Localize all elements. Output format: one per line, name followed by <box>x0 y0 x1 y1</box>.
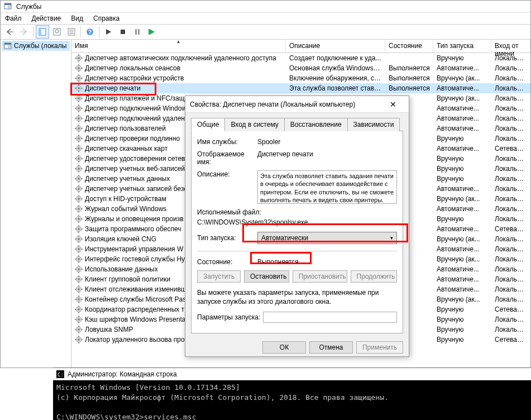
service-row[interactable]: Диспетчер настройки устройствВключение о… <box>71 73 530 83</box>
menu-file[interactable]: Файл <box>5 15 22 22</box>
service-logon: Локальная си... <box>491 235 530 244</box>
state-label: Состояние: <box>197 258 257 266</box>
tb-icon[interactable] <box>36 25 49 39</box>
ok-button[interactable]: ОК <box>262 341 306 354</box>
service-start: Автоматиче... <box>433 144 491 153</box>
service-logon: Сетевая служ... <box>491 225 530 233</box>
gear-icon <box>75 125 83 132</box>
state-value: Выполняется <box>257 258 397 266</box>
help-icon[interactable]: ? <box>83 25 97 39</box>
gear-icon <box>75 285 83 293</box>
service-name: Диспетчер учетных записей безо <box>85 185 188 193</box>
service-row[interactable]: Диспетчер автоматических подключений уда… <box>71 53 530 63</box>
service-logon: Сетевая служ... <box>491 305 530 314</box>
cancel-button[interactable]: Отмена <box>309 341 353 354</box>
service-logon: Локальная си... <box>491 94 530 103</box>
display-name-value: Диспетчер печати <box>257 150 397 158</box>
stop-icon[interactable] <box>116 25 130 39</box>
sidebar-item-services[interactable]: Службы (локалы <box>2 41 70 51</box>
params-input[interactable] <box>263 312 397 323</box>
col-name[interactable]: Имя▲ <box>71 40 286 52</box>
service-start: Вручную <box>433 305 491 314</box>
col-start[interactable]: Тип запуска <box>433 40 491 52</box>
forward-button[interactable] <box>17 25 31 39</box>
gear-icon <box>75 64 83 72</box>
apply-button: Применить <box>356 341 403 354</box>
service-start: Автоматиче... <box>433 84 491 93</box>
service-name: Диспетчер подключений удален <box>85 114 185 122</box>
service-name: Диспетчер платежей и NFC/защ <box>85 94 185 102</box>
tab-logon[interactable]: Вход в систему <box>224 118 284 131</box>
service-row[interactable]: Диспетчер печатиЭта служба позволяет ста… <box>71 83 530 93</box>
pause-button: Приостановить <box>293 270 347 283</box>
tb-icon[interactable] <box>50 25 64 39</box>
svg-rect-10 <box>39 28 41 35</box>
tab-general[interactable]: Общие <box>191 118 225 131</box>
cmd-titlebar: C:\ Администратор: Командная строка <box>53 368 531 380</box>
svg-text:C:\: C:\ <box>58 372 64 378</box>
gear-icon <box>75 255 83 263</box>
menubar: Файл Действие Вид Справка <box>1 13 530 24</box>
service-name: Диспетчер пользователей <box>85 125 166 132</box>
menu-action[interactable]: Действие <box>32 15 61 22</box>
col-desc[interactable]: Описание <box>286 40 385 52</box>
service-name: Клиент групповой политики <box>85 275 170 283</box>
cmd-output[interactable]: Microsoft Windows [Version 10.0.17134.28… <box>53 380 531 420</box>
service-row[interactable]: Диспетчер локальных сеансовОсновная служ… <box>71 63 530 73</box>
close-button[interactable]: ✕ <box>382 98 404 111</box>
tb-icon[interactable] <box>65 25 78 39</box>
svg-rect-16 <box>121 30 125 34</box>
sidebar-label: Службы (локалы <box>14 42 66 50</box>
gear-icon <box>75 245 83 253</box>
start-type-dropdown[interactable]: Автоматически ▾ <box>257 232 397 244</box>
service-start: Автоматиче... <box>433 285 491 294</box>
play-icon[interactable] <box>102 25 115 39</box>
service-start: Автоматиче... <box>433 124 491 133</box>
exe-label: Исполняемый файл: <box>197 208 397 216</box>
service-name: Диспетчер настройки устройств <box>85 74 184 82</box>
gear-icon <box>75 295 83 303</box>
service-state: Выполняется <box>385 84 433 93</box>
back-button[interactable] <box>3 25 16 39</box>
desc-value: Эта служба позволяет ставить задания печ… <box>257 170 397 204</box>
properties-dialog: Свойства: Диспетчер печати (Локальный ко… <box>185 96 409 357</box>
service-logon: Локальная си... <box>491 104 530 113</box>
service-start: Автоматиче... <box>433 225 491 233</box>
gear-icon <box>75 306 83 313</box>
service-name: Диспетчер автоматических подключений уда… <box>85 54 276 62</box>
service-desc: Создает подключение к уда... <box>286 54 385 63</box>
gear-icon <box>75 195 83 203</box>
service-start: Вручную <box>433 134 491 143</box>
col-state[interactable]: Состояние <box>385 40 433 52</box>
service-name: Доступ к HID-устройствам <box>85 195 166 203</box>
pause-icon[interactable] <box>131 25 144 39</box>
menu-view[interactable]: Вид <box>71 15 83 22</box>
exe-value: C:\WINDOWS\System32\spoolsv.exe <box>197 218 397 226</box>
service-logon: Локальная си... <box>491 154 530 163</box>
cmd-icon: C:\ <box>56 370 64 378</box>
cmd-title: Администратор: Командная строка <box>68 370 177 378</box>
gear-icon <box>75 225 83 233</box>
service-logon: Локальная си... <box>491 255 530 264</box>
service-logon: Локальная си... <box>491 275 530 284</box>
service-name: Инструментарий управления W <box>85 245 183 253</box>
service-start: Вручную <box>433 315 491 324</box>
gear-icon <box>75 74 83 82</box>
params-label: Параметры запуска: <box>197 313 263 321</box>
tab-recovery[interactable]: Восстановление <box>284 118 348 131</box>
tab-deps[interactable]: Зависимости <box>347 118 400 131</box>
service-state: Выполняется <box>385 64 433 73</box>
restart-icon[interactable] <box>145 25 159 39</box>
service-start: Автоматиче... <box>433 204 491 213</box>
service-logon: Локальная си... <box>491 164 530 173</box>
service-start: Вручную (ак... <box>433 194 491 203</box>
stop-button[interactable]: Остановить <box>244 270 289 283</box>
service-name: Клиент отслеживания изменивш <box>85 285 186 293</box>
gear-icon <box>75 215 83 223</box>
col-logon[interactable]: Вход от имени <box>491 40 530 52</box>
service-logon: Локальная си... <box>491 184 530 193</box>
menu-help[interactable]: Справка <box>93 15 119 22</box>
service-logon: Локальная си... <box>491 285 530 294</box>
service-name: Использование данных <box>85 265 158 273</box>
service-name: Защита программного обеспеч <box>85 225 181 233</box>
